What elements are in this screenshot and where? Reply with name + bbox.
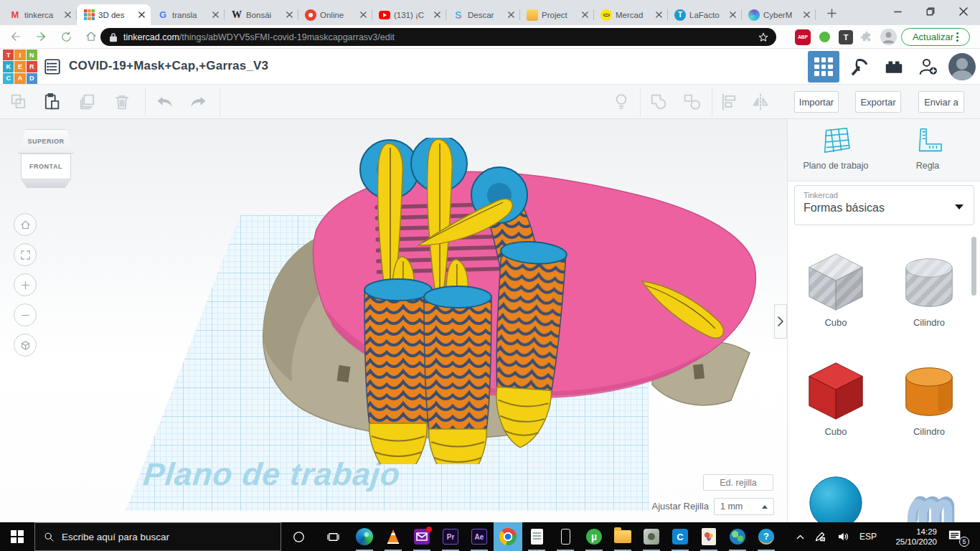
tab-wikipedia[interactable]: W Bonsái [225, 4, 298, 25]
tab-close-icon[interactable] [580, 10, 590, 20]
taskbar-app-1[interactable] [637, 522, 666, 551]
home-icon[interactable] [82, 27, 100, 46]
reload-icon[interactable] [57, 27, 75, 46]
brick-export-icon[interactable] [880, 52, 908, 81]
home-view-button[interactable] [14, 213, 37, 236]
adblock-extension-icon[interactable]: ABP [795, 29, 811, 45]
taskbar-camtasia[interactable]: C [666, 522, 694, 551]
tab-close-icon[interactable] [801, 10, 811, 20]
shape-scribble[interactable] [887, 469, 971, 522]
zoom-in-button[interactable] [14, 273, 37, 296]
view-cube-bottom-face[interactable] [21, 179, 71, 188]
snap-grid-select[interactable]: 1 mm [714, 498, 774, 515]
taskbar-aftereffects[interactable]: Ae [465, 522, 494, 551]
action-center-button[interactable]: 5 [941, 522, 973, 551]
taskbar-premiere[interactable]: Pr [436, 522, 465, 551]
t-extension-icon[interactable]: T [839, 30, 853, 44]
minecraft-export-icon[interactable] [845, 52, 874, 81]
taskbar-explorer[interactable] [608, 522, 637, 551]
puzzle-extension-icon[interactable] [860, 31, 873, 44]
chrome-update-button[interactable]: Actualizar [901, 28, 970, 46]
tab-lafactoria[interactable]: T LaFacto [668, 4, 742, 25]
3d-viewport[interactable]: Plano de trabajo [0, 119, 787, 522]
tray-pen-icon[interactable] [809, 522, 831, 551]
shape-sphere-blue[interactable] [793, 469, 878, 522]
tray-language[interactable]: ESP [855, 522, 881, 551]
shape-cube-red[interactable]: Cubo [793, 359, 878, 437]
back-icon[interactable] [6, 27, 25, 46]
new-tab-button[interactable] [821, 3, 842, 23]
delete-icon[interactable] [112, 92, 132, 112]
browser-menu-icon[interactable] [956, 32, 958, 42]
shape-cylinder-gray[interactable]: Cilindro [887, 250, 971, 328]
tab-mercado[interactable]: Mercad [594, 4, 668, 25]
taskbar-chrome-active[interactable] [494, 522, 522, 551]
profile-avatar-icon[interactable] [880, 29, 897, 45]
tray-volume-icon[interactable] [831, 522, 855, 551]
taskbar-mail[interactable] [407, 522, 436, 551]
cortana-button[interactable] [281, 522, 316, 551]
tab-close-icon[interactable] [358, 10, 368, 20]
tinkercad-logo[interactable]: TIN KER CAD [3, 50, 37, 84]
tab-close-icon[interactable] [284, 10, 294, 20]
export-button[interactable]: Exportar [855, 91, 901, 113]
taskbar-app-2[interactable] [694, 522, 723, 551]
tab-close-icon[interactable] [210, 10, 220, 20]
mirror-icon[interactable] [750, 92, 771, 112]
tab-close-icon[interactable] [727, 10, 738, 20]
design-title[interactable]: COVID-19+Mask+Cap,+Garras_V3 [69, 59, 268, 73]
bookmark-star-icon[interactable] [758, 32, 769, 43]
view-cube-front-face[interactable]: FRONTAL [21, 154, 71, 179]
user-avatar[interactable] [948, 53, 976, 80]
sidebar-scrollbar[interactable] [971, 237, 976, 296]
duplicate-icon[interactable] [77, 92, 98, 112]
tab-gmail[interactable]: M tinkerca [3, 4, 77, 25]
3d-model[interactable] [255, 138, 760, 464]
taskbar-utorrent[interactable]: µ [580, 522, 608, 551]
design-properties-icon[interactable] [43, 57, 62, 76]
tab-online[interactable]: Online [298, 4, 372, 25]
edit-grid-button[interactable]: Ed. rejilla [703, 474, 773, 491]
taskbar-notepad[interactable] [522, 522, 551, 551]
send-to-button[interactable]: Enviar a [918, 91, 964, 113]
tab-close-icon[interactable] [506, 10, 516, 20]
copy-icon[interactable] [9, 92, 29, 112]
tray-clock[interactable]: 14:29 25/10/2020 [881, 522, 941, 551]
taskbar-help[interactable]: ? [752, 522, 781, 551]
restore-button[interactable] [914, 0, 947, 23]
tab-close-icon[interactable] [62, 10, 72, 20]
tray-expand-icon[interactable] [791, 522, 809, 551]
panel-collapse-handle[interactable] [774, 304, 787, 339]
tab-tinkercad-active[interactable]: 3D des [77, 4, 151, 25]
forward-icon[interactable] [32, 27, 50, 46]
dashboard-grid-button[interactable] [808, 51, 839, 83]
taskbar-search-input[interactable]: Escribe aquí para buscar [34, 522, 281, 551]
show-desktop-strip[interactable] [973, 522, 980, 551]
task-view-button[interactable] [316, 522, 350, 551]
undo-icon[interactable] [155, 92, 175, 112]
redo-icon[interactable] [188, 92, 208, 112]
tab-descargas[interactable]: S Descar [446, 4, 520, 25]
ruler-tool[interactable]: Regla [888, 126, 967, 171]
taskbar-edge[interactable] [350, 522, 379, 551]
shape-cube-gray[interactable]: Cubo [793, 250, 878, 328]
perspective-toggle-button[interactable] [14, 334, 37, 357]
shape-category-dropdown[interactable]: Tinkercad Formas básicas [794, 185, 974, 225]
tab-project[interactable]: Project [520, 4, 594, 25]
green-extension-icon[interactable] [819, 32, 830, 42]
view-cube[interactable]: SUPERIOR FRONTAL [18, 129, 74, 195]
close-window-button[interactable] [947, 0, 980, 23]
taskbar-phone[interactable] [551, 522, 580, 551]
url-field[interactable]: tinkercad.com/things/abWDYV5sFMI-covid-1… [100, 28, 776, 46]
tab-translate[interactable]: G transla [151, 4, 225, 25]
zoom-out-button[interactable] [14, 303, 37, 326]
tab-cyberlink[interactable]: CyberM [742, 4, 816, 25]
view-cube-top-face[interactable]: SUPERIOR [18, 129, 74, 154]
taskbar-vlc[interactable] [379, 522, 407, 551]
invite-collaborator-icon[interactable] [914, 52, 943, 81]
paste-icon[interactable] [42, 92, 62, 112]
shape-cylinder-orange[interactable]: Cilindro [887, 359, 971, 437]
tab-close-icon[interactable] [136, 10, 146, 20]
import-button[interactable]: Importar [794, 91, 839, 113]
workplane-tool[interactable]: Plano de trabajo [796, 126, 875, 171]
